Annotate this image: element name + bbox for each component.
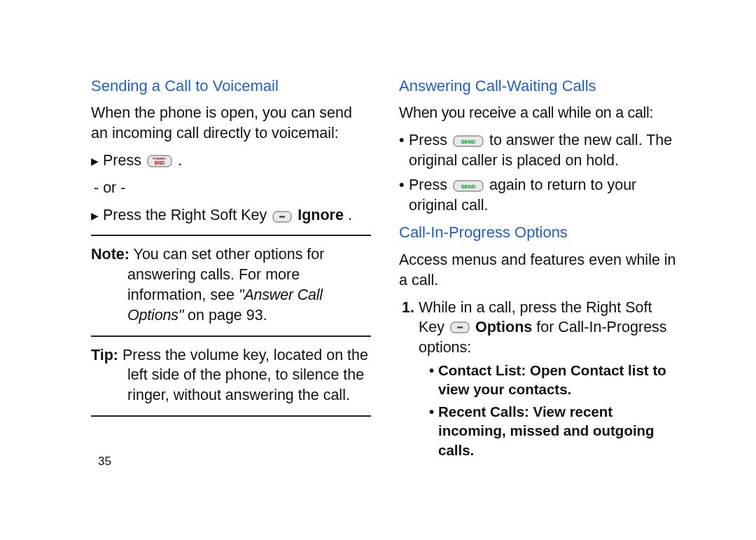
tip-block: Tip: Press the volume key, located on th…: [91, 345, 371, 406]
or-text: - or -: [94, 178, 371, 198]
heading-voicemail: Sending a Call to Voicemail: [91, 76, 371, 96]
left-column: Sending a Call to Voicemail When the pho…: [91, 76, 371, 533]
note-label: Note:: [91, 246, 130, 263]
tip-text-a: Press the volume key, located on the: [118, 347, 368, 364]
step-1: While in a call, press the Right Soft Ke…: [419, 298, 679, 460]
note-block: Note: You can set other options for answ…: [91, 244, 371, 325]
step1b: Options: [475, 319, 532, 335]
softkey-dash-icon: [272, 209, 292, 222]
divider: [91, 335, 371, 337]
sub-item-recent: Recent Calls: View recent incoming, miss…: [438, 402, 679, 459]
note-text-c: on page 93.: [183, 307, 267, 324]
divider: [91, 415, 371, 417]
list-item: Press SEND to answer the new call. The o…: [409, 130, 679, 171]
right-column: Answering Call-Waiting Calls When you re…: [399, 76, 679, 533]
svg-rect-5: [457, 327, 463, 328]
s1-label: Contact List: [438, 362, 521, 378]
sub-item-contact: Contact List: Open Contact list to view …: [438, 361, 679, 399]
steps-list: While in a call, press the Right Soft Ke…: [399, 298, 679, 460]
page-number: 35: [98, 455, 111, 469]
period2: .: [348, 205, 352, 226]
heading-inprogress: Call-In-Progress Options: [399, 222, 679, 242]
divider: [91, 235, 371, 236]
callwaiting-list: Press SEND to answer the new call. The o…: [399, 130, 679, 215]
s2-label: Recent Calls: [438, 403, 524, 420]
intro-callwaiting: When you receive a call while on a call:: [399, 103, 679, 123]
softkey-dash-icon: [450, 319, 470, 333]
svg-rect-2: [279, 216, 285, 217]
tip-continuation: left side of the phone, to silence the r…: [91, 365, 371, 406]
list-item: Press SEND again to return to your origi…: [409, 175, 679, 216]
period: .: [178, 151, 182, 171]
tip-text-b: left side of the phone, to silence the r…: [127, 366, 364, 403]
heading-callwaiting: Answering Call-Waiting Calls: [399, 76, 679, 96]
tip-label: Tip:: [91, 347, 118, 364]
svg-text:SEND: SEND: [461, 139, 476, 145]
press-softkey-text: Press the Right Soft Key: [103, 205, 267, 226]
svg-text:END: END: [155, 160, 164, 165]
note-text-a: You can set other options for: [130, 246, 325, 263]
options-sublist: Contact List: Open Contact list to view …: [419, 361, 679, 459]
arrow-icon: ▶: [91, 209, 99, 221]
power-end-key-icon: POWER / END: [146, 153, 173, 167]
note-continuation: answering calls. For more information, s…: [91, 265, 371, 325]
step-press-end: ▶ Press POWER / END .: [91, 151, 371, 171]
press-label: Press: [103, 151, 141, 171]
manual-page: Sending a Call to Voicemail When the pho…: [0, 0, 756, 540]
intro-voicemail: When the phone is open, you can send an …: [91, 103, 371, 144]
arrow-icon: ▶: [91, 155, 99, 166]
intro-inprogress: Access menus and features even while in …: [399, 250, 679, 291]
svg-text:SEND: SEND: [461, 184, 476, 190]
step-press-softkey: ▶ Press the Right Soft Key Ignore .: [91, 205, 371, 226]
b1a: Press: [409, 132, 451, 148]
ignore-label: Ignore: [298, 205, 344, 226]
send-key-icon: SEND: [452, 178, 484, 191]
send-key-icon: SEND: [452, 133, 484, 146]
b2a: Press: [409, 176, 451, 193]
